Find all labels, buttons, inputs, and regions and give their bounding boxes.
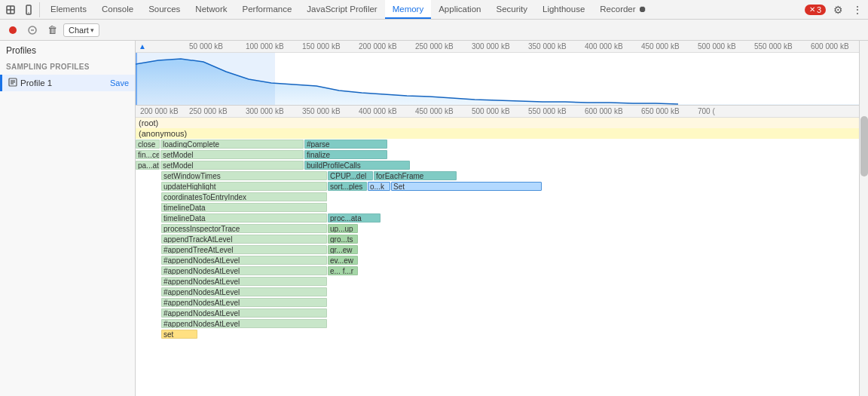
flame-block-appendnodes2[interactable]: #appendNodesAtLevel — [161, 266, 327, 275]
view-select[interactable]: Chart ▾ — [63, 23, 99, 37]
nav-tabs: Elements Console Sources Network Perform… — [43, 0, 655, 19]
error-x: ✕ — [809, 5, 815, 14]
error-count: 3 — [817, 5, 821, 14]
scale-tick-1: 100 000 kB — [243, 42, 299, 51]
flame-block-upup[interactable]: up...up — [328, 224, 358, 233]
settings-icon[interactable]: ⚙ — [830, 2, 845, 17]
flame-block-loading[interactable]: loadingComplete — [160, 140, 304, 149]
bottom-tick-5: 500 000 kB — [469, 107, 525, 115]
bottom-tick-7: 600 000 kB — [582, 107, 638, 115]
flame-block-grew[interactable]: gr...ew — [328, 245, 358, 254]
scale-tick-6: 350 000 kB — [525, 42, 582, 51]
svg-rect-13 — [136, 53, 137, 106]
flame-block-set[interactable]: Set — [391, 182, 542, 191]
profile-item[interactable]: Profile 1 Save — [0, 75, 135, 91]
scale-tick-7: 400 000 kB — [582, 42, 638, 51]
flame-row-10: #appendTreeAtLevel gr...ew — [136, 244, 859, 255]
main-layout: Profiles SAMPLING PROFILES Profile 1 Sav… — [0, 41, 868, 396]
tab-lighthouse[interactable]: Lighthouse — [535, 0, 592, 19]
inspect-icon[interactable] — [3, 2, 18, 17]
flame-block-fince[interactable]: fin...ce — [136, 150, 160, 159]
record-button[interactable] — [5, 22, 21, 38]
scale-bottom: 200 000 kB 250 000 kB 300 000 kB 350 000… — [136, 106, 859, 118]
scale-tick-11: 600 000 kB — [808, 42, 859, 51]
tab-memory[interactable]: Memory — [385, 0, 432, 19]
scrollbar-thumb[interactable] — [860, 116, 868, 177]
flame-block-sort[interactable]: sort...ples — [328, 182, 367, 191]
tab-performance[interactable]: Performance — [235, 0, 300, 19]
scale-tick-0: 50 000 kB — [186, 42, 243, 51]
tab-application[interactable]: Application — [431, 0, 488, 19]
tab-js-profiler[interactable]: JavaScript Profiler — [299, 0, 384, 19]
root-label: (root) — [136, 118, 158, 127]
flame-row-16: #appendNodesAtLevel — [136, 308, 859, 318]
scale-tick: ▲ — [137, 42, 186, 51]
flame-block-appendnodes6[interactable]: #appendNodesAtLevel — [161, 309, 327, 318]
flame-block-close[interactable]: close — [136, 140, 160, 149]
flame-block-timelinedata1[interactable]: timelineData — [161, 203, 327, 212]
scale-tick-9: 500 000 kB — [695, 42, 751, 51]
error-badge[interactable]: ✕ 3 — [805, 5, 826, 15]
flame-block-appendnodes5[interactable]: #appendNodesAtLevel — [161, 298, 327, 307]
flame-block-appendnodes3[interactable]: #appendNodesAtLevel — [161, 277, 327, 286]
profiles-title: Profiles — [0, 41, 135, 60]
save-link[interactable]: Save — [110, 78, 129, 87]
tab-console[interactable]: Console — [94, 0, 141, 19]
flame-block-setwindow[interactable]: setWindowTimes — [161, 171, 327, 180]
flame-block-evew[interactable]: ev...ew — [328, 256, 358, 265]
profile-icon — [8, 78, 17, 88]
flame-block-appendtree[interactable]: #appendTreeAtLevel — [161, 245, 327, 254]
sidebar: Profiles SAMPLING PROFILES Profile 1 Sav… — [0, 41, 136, 396]
tab-network[interactable]: Network — [188, 0, 234, 19]
anonymous-label: (anonymous) — [136, 129, 187, 138]
flame-block-set-small[interactable]: set — [161, 330, 197, 339]
flame-block-procata[interactable]: proc...ata — [328, 213, 381, 223]
flame-row-7: timelineData proc...ata — [136, 213, 859, 223]
overview-chart[interactable] — [136, 53, 859, 106]
flame-block-buildprofile[interactable]: buildProfileCalls — [304, 161, 410, 170]
flame-block-ok[interactable]: o...k — [368, 182, 390, 191]
stop-button[interactable] — [24, 22, 41, 38]
flame-row-11: #appendNodesAtLevel ev...ew — [136, 255, 859, 266]
tab-sources[interactable]: Sources — [141, 0, 188, 19]
vertical-scrollbar[interactable] — [859, 41, 868, 396]
flame-chart[interactable]: (root) (anonymous) close loadingComplete… — [136, 118, 859, 396]
flame-block-foreach[interactable]: forEachFrame — [374, 171, 457, 180]
flame-block-appendtrack[interactable]: appendTrackAtLevel — [161, 235, 327, 244]
flame-block-setmodel1[interactable]: setModel — [160, 150, 304, 159]
bottom-tick-8: 650 000 kB — [638, 107, 695, 115]
flame-block-setmodel2[interactable]: setModel — [160, 161, 304, 170]
flame-block-parse[interactable]: #parse — [304, 140, 387, 149]
flame-block-efr[interactable]: e... f...r — [328, 266, 358, 275]
mobile-icon[interactable] — [21, 2, 36, 17]
flame-block-paat[interactable]: pa...at — [136, 161, 160, 170]
tab-elements[interactable]: Elements — [43, 0, 94, 19]
bottom-tick-4: 450 000 kB — [412, 107, 469, 115]
svg-point-5 — [9, 26, 17, 34]
flame-row-root: (root) — [136, 118, 859, 128]
scale-tick-10: 550 000 kB — [751, 42, 808, 51]
flame-row-12: #appendNodesAtLevel e... f...r — [136, 266, 859, 276]
flame-block-grots[interactable]: gro...ts — [328, 235, 358, 244]
tab-recorder[interactable]: Recorder ⏺ — [592, 0, 655, 19]
scale-tick-3: 200 000 kB — [356, 42, 412, 51]
more-icon[interactable]: ⋮ — [850, 2, 865, 17]
delete-button[interactable]: 🗑 — [44, 22, 60, 38]
scale-top: ▲ 50 000 kB 100 000 kB 150 000 kB 200 00… — [136, 41, 859, 53]
flame-block-cpup[interactable]: CPUP...del — [328, 171, 373, 180]
flame-block-appendnodes1[interactable]: #appendNodesAtLevel — [161, 256, 327, 265]
flame-block-finalize[interactable]: finalize — [304, 150, 387, 159]
tab-security[interactable]: Security — [488, 0, 535, 19]
chevron-down-icon: ▾ — [90, 26, 94, 34]
flame-block-processinspector[interactable]: processInspectorTrace — [161, 224, 327, 233]
flame-row-15: #appendNodesAtLevel — [136, 297, 859, 308]
flame-block-update[interactable]: updateHighlight — [161, 182, 327, 191]
flame-row-anonymous: (anonymous) — [136, 128, 859, 139]
flame-row-set: set — [136, 329, 859, 339]
flame-row-6: timelineData — [136, 202, 859, 213]
flame-block-coords[interactable]: coordinatesToEntryIndex — [161, 192, 327, 201]
flame-block-appendnodes4[interactable]: #appendNodesAtLevel — [161, 287, 327, 296]
flame-block-appendnodes7[interactable]: #appendNodesAtLevel — [161, 319, 327, 328]
flame-block-timelinedata2[interactable]: timelineData — [161, 213, 327, 223]
bottom-tick-1: 300 000 kB — [243, 107, 299, 115]
